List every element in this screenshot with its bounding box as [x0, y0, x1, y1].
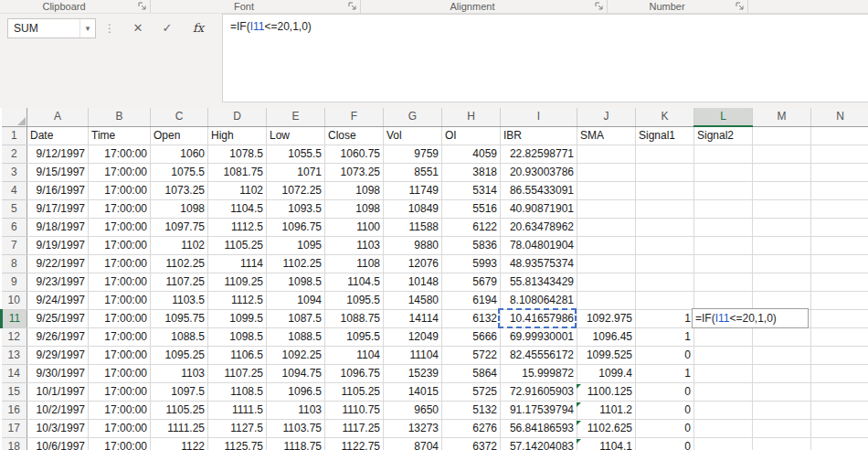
cell-A3[interactable]: 9/15/1997	[27, 164, 89, 182]
cell-H8[interactable]: 5993	[442, 255, 501, 273]
cell-M4[interactable]	[753, 182, 811, 200]
cell-E3[interactable]: 1071	[267, 164, 325, 182]
cell-E10[interactable]: 1094	[267, 292, 325, 310]
font-dialog-launcher-icon[interactable]	[347, 1, 357, 11]
cell-M14[interactable]	[753, 365, 811, 383]
cell-I16[interactable]: 91.17539794	[501, 402, 577, 420]
cell-D7[interactable]: 1105.25	[208, 237, 267, 255]
cell-J8[interactable]	[577, 255, 636, 273]
cell-A18[interactable]: 10/6/1997	[27, 438, 89, 450]
column-header-F[interactable]: F	[325, 108, 384, 126]
cell-K17[interactable]: 0	[636, 420, 694, 438]
cell-E1[interactable]: Low	[267, 126, 325, 145]
cell-K5[interactable]	[636, 200, 694, 219]
cell-J5[interactable]	[577, 200, 636, 219]
row-header-5[interactable]: 5	[2, 200, 27, 219]
cell-J11[interactable]: 1092.975	[577, 310, 636, 328]
cell-B6[interactable]: 17:00:00	[89, 219, 151, 237]
cell-G18[interactable]: 8704	[384, 438, 442, 450]
cell-I8[interactable]: 48.93575374	[501, 255, 577, 273]
column-header-E[interactable]: E	[267, 108, 325, 126]
cell-C9[interactable]: 1107.25	[151, 273, 208, 292]
cell-E17[interactable]: 1103.75	[267, 420, 325, 438]
cell-C4[interactable]: 1073.25	[151, 182, 208, 200]
cell-A10[interactable]: 9/24/1997	[27, 292, 89, 310]
enter-icon[interactable]: ✓	[155, 18, 179, 38]
cell-A12[interactable]: 9/26/1997	[27, 328, 89, 347]
cell-A8[interactable]: 9/22/1997	[27, 255, 89, 273]
cell-D17[interactable]: 1127.5	[208, 420, 267, 438]
cell-A2[interactable]: 9/12/1997	[27, 145, 89, 164]
cell-M3[interactable]	[753, 164, 811, 182]
cell-B4[interactable]: 17:00:00	[89, 182, 151, 200]
cell-M5[interactable]	[753, 200, 811, 219]
cell-G17[interactable]: 13273	[384, 420, 442, 438]
cancel-icon[interactable]: ✕	[126, 18, 150, 38]
cell-J17[interactable]: 1102.625	[577, 420, 636, 438]
cell-H6[interactable]: 6122	[442, 219, 501, 237]
cell-C11[interactable]: 1095.75	[151, 310, 208, 328]
row-header-15[interactable]: 15	[2, 383, 27, 402]
cell-I18[interactable]: 57.14204083	[501, 438, 577, 450]
cell-H2[interactable]: 4059	[442, 145, 501, 164]
row-header-13[interactable]: 13	[2, 347, 27, 365]
cell-D8[interactable]: 1114	[208, 255, 267, 273]
cell-H18[interactable]: 6372	[442, 438, 501, 450]
cell-E14[interactable]: 1094.75	[267, 365, 325, 383]
cell-M13[interactable]	[753, 347, 811, 365]
cell-A1[interactable]: Date	[27, 126, 89, 145]
cell-H10[interactable]: 6194	[442, 292, 501, 310]
cell-L4[interactable]	[694, 182, 753, 200]
cell-F12[interactable]: 1095.5	[325, 328, 384, 347]
cell-I2[interactable]: 22.82598771	[501, 145, 577, 164]
cell-K9[interactable]	[636, 273, 694, 292]
cell-A13[interactable]: 9/29/1997	[27, 347, 89, 365]
cell-H12[interactable]: 5666	[442, 328, 501, 347]
cell-E5[interactable]: 1093.5	[267, 200, 325, 219]
column-header-D[interactable]: D	[208, 108, 267, 126]
cell-F11[interactable]: 1088.75	[325, 310, 384, 328]
cell-F17[interactable]: 1117.25	[325, 420, 384, 438]
cell-M6[interactable]	[753, 219, 811, 237]
cell-D5[interactable]: 1104.5	[208, 200, 267, 219]
alignment-dialog-launcher-icon[interactable]	[594, 1, 604, 11]
cell-I4[interactable]: 86.55433091	[501, 182, 577, 200]
cell-D10[interactable]: 1112.5	[208, 292, 267, 310]
cell-M2[interactable]	[753, 145, 811, 164]
cell-L16[interactable]	[694, 402, 753, 420]
cell-K18[interactable]: 0	[636, 438, 694, 450]
cell-D3[interactable]: 1081.75	[208, 164, 267, 182]
cell-N4[interactable]	[811, 182, 868, 200]
row-header-2[interactable]: 2	[2, 145, 27, 164]
number-dialog-launcher-icon[interactable]	[735, 1, 745, 11]
cell-E4[interactable]: 1072.25	[267, 182, 325, 200]
cell-A11[interactable]: 9/25/1997	[27, 310, 89, 328]
cell-I7[interactable]: 78.04801904	[501, 237, 577, 255]
cell-G6[interactable]: 11588	[384, 219, 442, 237]
cell-B3[interactable]: 17:00:00	[89, 164, 151, 182]
formula-bar-grip-icon[interactable]: ⋮	[104, 22, 114, 35]
cell-G4[interactable]: 11749	[384, 182, 442, 200]
cell-I17[interactable]: 56.84186593	[501, 420, 577, 438]
insert-function-icon[interactable]: fx	[186, 18, 210, 38]
cell-E13[interactable]: 1092.25	[267, 347, 325, 365]
cell-G16[interactable]: 9650	[384, 402, 442, 420]
cell-K13[interactable]: 0	[636, 347, 694, 365]
cell-J6[interactable]	[577, 219, 636, 237]
cell-N7[interactable]	[811, 237, 868, 255]
cell-A4[interactable]: 9/16/1997	[27, 182, 89, 200]
cell-J12[interactable]: 1096.45	[577, 328, 636, 347]
cell-B14[interactable]: 17:00:00	[89, 365, 151, 383]
cell-F2[interactable]: 1060.75	[325, 145, 384, 164]
cell-M15[interactable]	[753, 383, 811, 402]
clipboard-dialog-launcher-icon[interactable]	[137, 1, 147, 11]
cell-H1[interactable]: OI	[442, 126, 501, 145]
cell-L3[interactable]	[694, 164, 753, 182]
row-header-6[interactable]: 6	[2, 219, 27, 237]
cell-H17[interactable]: 6276	[442, 420, 501, 438]
cell-L10[interactable]	[694, 292, 753, 310]
cell-J14[interactable]: 1099.4	[577, 365, 636, 383]
cell-F15[interactable]: 1105.25	[325, 383, 384, 402]
cell-K11[interactable]: 1	[636, 310, 694, 328]
cell-A9[interactable]: 9/23/1997	[27, 273, 89, 292]
